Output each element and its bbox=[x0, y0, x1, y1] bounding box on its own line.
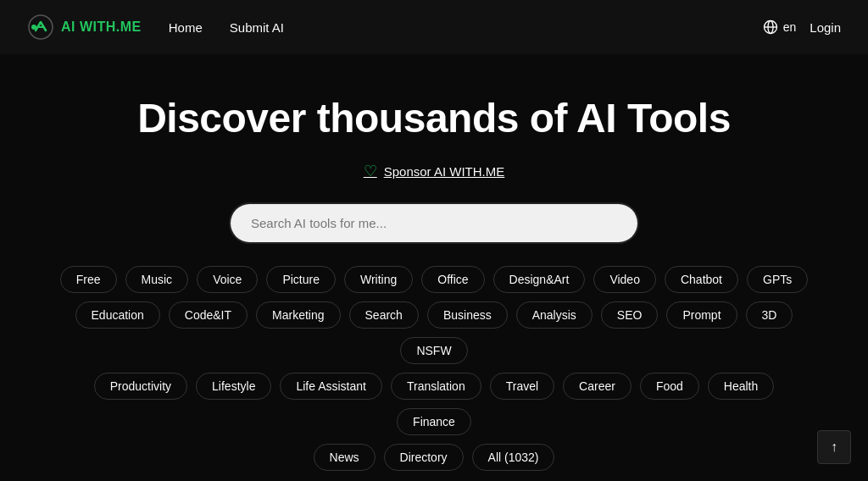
scroll-top-button[interactable]: ↑ bbox=[817, 430, 851, 464]
navbar: AI WITH.ME Home Submit AI en Login bbox=[0, 0, 868, 54]
tag-nsfw[interactable]: NSFW bbox=[400, 337, 467, 364]
arrow-up-icon: ↑ bbox=[831, 440, 837, 455]
tags-row-4: NewsDirectoryAll (1032) bbox=[287, 444, 582, 471]
heart-icon: ♡ bbox=[364, 162, 377, 180]
tag-finance[interactable]: Finance bbox=[397, 408, 471, 435]
search-input[interactable] bbox=[231, 204, 637, 242]
hero-title: Discover thousands of AI Tools bbox=[137, 95, 731, 141]
svg-point-1 bbox=[31, 25, 36, 30]
logo[interactable]: AI WITH.ME bbox=[27, 14, 142, 41]
tag-marketing[interactable]: Marketing bbox=[256, 301, 340, 329]
tag-prompt[interactable]: Prompt bbox=[666, 301, 737, 329]
tag-design-art[interactable]: Design&Art bbox=[493, 266, 586, 293]
search-container bbox=[231, 204, 637, 242]
nav-home[interactable]: Home bbox=[169, 20, 203, 35]
globe-icon bbox=[763, 19, 778, 35]
tags-row-2: EducationCode&ITMarketingSearchBusinessA… bbox=[27, 301, 841, 364]
tag-translation[interactable]: Translation bbox=[391, 373, 481, 400]
tags-row-3: ProductivityLifestyleLife AssistantTrans… bbox=[27, 373, 841, 435]
tag-picture[interactable]: Picture bbox=[266, 266, 336, 293]
nav-submit-ai[interactable]: Submit AI bbox=[230, 20, 284, 35]
tag-business[interactable]: Business bbox=[427, 301, 508, 329]
tag-career[interactable]: Career bbox=[563, 373, 632, 400]
tag-search[interactable]: Search bbox=[349, 301, 419, 329]
sponsor-link[interactable]: ♡ Sponsor AI WITH.ME bbox=[364, 162, 505, 180]
tag-life-assistant[interactable]: Life Assistant bbox=[280, 373, 382, 400]
language-selector[interactable]: en bbox=[763, 19, 797, 35]
tag-analysis[interactable]: Analysis bbox=[516, 301, 593, 329]
tag-travel[interactable]: Travel bbox=[490, 373, 554, 400]
tag-directory[interactable]: Directory bbox=[384, 444, 464, 471]
navbar-right: en Login bbox=[763, 19, 841, 35]
sponsor-text: Sponsor AI WITH.ME bbox=[384, 164, 505, 179]
tag-3d[interactable]: 3D bbox=[746, 301, 793, 329]
tags-row-1: FreeMusicVoicePictureWritingOfficeDesign… bbox=[33, 266, 835, 293]
tag-education[interactable]: Education bbox=[75, 301, 160, 329]
tag-all--1032-[interactable]: All (1032) bbox=[472, 444, 555, 471]
tag-voice[interactable]: Voice bbox=[197, 266, 258, 293]
login-button[interactable]: Login bbox=[810, 20, 841, 35]
tag-office[interactable]: Office bbox=[421, 266, 484, 293]
tag-productivity[interactable]: Productivity bbox=[94, 373, 187, 400]
logo-icon bbox=[27, 14, 54, 41]
main-content: Discover thousands of AI Tools ♡ Sponsor… bbox=[0, 54, 868, 481]
tag-seo[interactable]: SEO bbox=[601, 301, 659, 329]
tag-gpts[interactable]: GPTs bbox=[747, 266, 808, 293]
navbar-left: AI WITH.ME Home Submit AI bbox=[27, 14, 284, 41]
tag-chatbot[interactable]: Chatbot bbox=[665, 266, 738, 293]
tag-free[interactable]: Free bbox=[60, 266, 117, 293]
lang-label: en bbox=[783, 20, 797, 34]
tag-music[interactable]: Music bbox=[125, 266, 189, 293]
logo-text: AI WITH.ME bbox=[61, 19, 142, 35]
tag-lifestyle[interactable]: Lifestyle bbox=[196, 373, 271, 400]
tag-code-it[interactable]: Code&IT bbox=[169, 301, 248, 329]
tag-video[interactable]: Video bbox=[593, 266, 656, 293]
tag-health[interactable]: Health bbox=[708, 373, 774, 400]
tag-news[interactable]: News bbox=[314, 444, 376, 471]
tag-food[interactable]: Food bbox=[640, 373, 699, 400]
tag-writing[interactable]: Writing bbox=[344, 266, 413, 293]
